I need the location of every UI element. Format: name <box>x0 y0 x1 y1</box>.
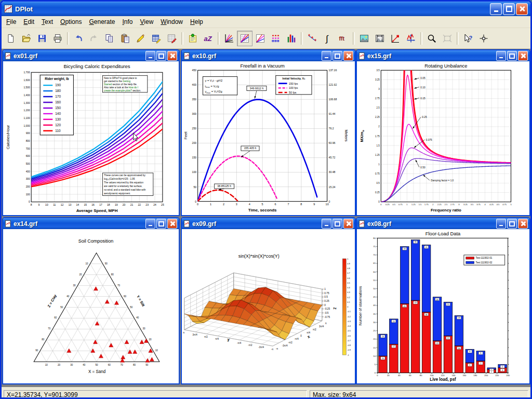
titlebar[interactable]: DPlot <box>2 2 530 16</box>
paste-button[interactable] <box>117 31 133 46</box>
plot-dotted-button[interactable] <box>268 31 284 46</box>
menu-generate[interactable]: Generate <box>85 17 118 27</box>
svg-text:0: 0 <box>347 305 349 308</box>
image-button[interactable] <box>356 31 372 46</box>
ex01-chart[interactable]: Bicycling Caloric Expenditures8910111213… <box>3 61 179 215</box>
ex09-chart[interactable]: sin(X)*sin(X)*cos(Y)10.750.50.250-0.25-0… <box>182 229 355 383</box>
ex08-chart[interactable]: Floor-Load Data0510152025303540455055606… <box>357 229 529 383</box>
close-button[interactable] <box>516 3 528 15</box>
child-close-button[interactable] <box>167 51 177 61</box>
minimize-button[interactable] <box>490 3 502 15</box>
zoom-button[interactable] <box>424 31 440 46</box>
svg-text:1,100: 1,100 <box>24 117 30 119</box>
svg-text:0: 0 <box>195 200 196 203</box>
undo-button[interactable] <box>71 31 86 46</box>
ex14-chart[interactable]: Soil Composition101010202020303030404040… <box>3 229 179 383</box>
child-titlebar-ex14[interactable]: ex14.grf <box>3 218 179 229</box>
child-close-button[interactable] <box>343 219 353 229</box>
save-file-button[interactable] <box>34 31 50 46</box>
fft-button[interactable]: fft <box>336 31 351 46</box>
svg-text:no wind, and a standard road b: no wind, and a standard road bike with <box>104 189 146 191</box>
child-maximize-button[interactable] <box>332 219 342 229</box>
child-close-button[interactable] <box>343 51 353 61</box>
svg-text:16: 16 <box>91 203 95 206</box>
child-minimize-button[interactable] <box>322 219 331 229</box>
minimize-icon <box>494 10 498 12</box>
plot-multiple-button[interactable] <box>252 31 268 46</box>
print-button[interactable] <box>50 31 65 46</box>
swap-axes-button[interactable] <box>403 31 419 46</box>
child-window-ex08: ex08.grfFloor-Load Data05101520253035404… <box>356 217 530 384</box>
svg-text:4.25: 4.25 <box>489 203 494 206</box>
svg-text:41: 41 <box>404 304 406 307</box>
menu-view[interactable]: View <box>137 17 157 27</box>
svg-text:350: 350 <box>192 98 197 101</box>
svg-text:70: 70 <box>373 254 376 256</box>
svg-text:-π: -π <box>276 348 278 350</box>
integral-button[interactable]: ∫ <box>320 31 336 46</box>
ex10-chart[interactable]: Freefall in a Vacuum01234567891005010015… <box>182 61 355 215</box>
svg-text:36: 36 <box>425 313 428 316</box>
menu-info[interactable]: Info <box>119 17 137 27</box>
svg-text:80: 80 <box>42 338 44 341</box>
curve-points-button[interactable] <box>304 31 320 46</box>
svg-text:90: 90 <box>35 349 38 352</box>
svg-text:2: 2 <box>378 125 380 128</box>
child-titlebar-ex01[interactable]: ex01.grf <box>3 50 179 61</box>
context-help-button[interactable]: ? <box>460 31 476 46</box>
child-window-title: ex14.grf <box>14 220 144 228</box>
child-maximize-button[interactable] <box>332 51 342 61</box>
redo-icon <box>89 33 99 44</box>
child-minimize-button[interactable] <box>145 51 155 61</box>
child-titlebar-ex10[interactable]: ex10.grf <box>182 50 355 61</box>
svg-text:17: 17 <box>393 345 395 348</box>
child-minimize-button[interactable] <box>496 219 506 229</box>
child-maximize-button[interactable] <box>156 219 166 229</box>
maximize-icon <box>509 221 515 227</box>
child-minimize-button[interactable] <box>145 219 155 229</box>
maximize-button[interactable] <box>503 3 515 15</box>
child-maximize-button[interactable] <box>507 51 517 61</box>
child-titlebar-ex08[interactable]: ex08.grf <box>357 218 529 229</box>
crosshair-button[interactable] <box>476 31 491 46</box>
open-file-button[interactable] <box>19 31 34 46</box>
copy-button[interactable] <box>102 31 117 46</box>
menu-file[interactable]: File <box>3 17 20 27</box>
child-minimize-button[interactable] <box>496 51 506 61</box>
child-close-button[interactable] <box>518 51 528 61</box>
menu-text[interactable]: Text <box>38 17 57 27</box>
menu-options[interactable]: Options <box>57 17 85 27</box>
ex15-chart[interactable]: Rotating Unbalance00.250.50.7511.251.51.… <box>357 61 529 215</box>
menu-help[interactable]: Help <box>187 17 207 27</box>
menu-window[interactable]: Window <box>157 17 187 27</box>
plot-bars-button[interactable] <box>284 31 299 46</box>
child-titlebar-ex09[interactable]: ex09.grf <box>182 218 355 229</box>
edit-grid-button[interactable] <box>164 31 180 46</box>
svg-text:70: 70 <box>121 364 123 366</box>
close-icon <box>346 54 351 58</box>
svg-text:40: 40 <box>398 374 401 377</box>
edit-table-button[interactable] <box>149 31 164 46</box>
child-window-title: ex01.grf <box>14 52 144 60</box>
svg-text:0: 0 <box>380 203 382 206</box>
plot-linear-button[interactable] <box>221 31 237 46</box>
svg-text:150: 150 <box>192 156 197 159</box>
svg-text:π/2: π/2 <box>204 336 208 338</box>
svg-text:0.15: 0.15 <box>420 97 425 99</box>
child-minimize-button[interactable] <box>322 51 331 61</box>
new-file-button[interactable] <box>3 31 19 46</box>
note-button[interactable] <box>185 31 201 46</box>
plot-grid-button[interactable] <box>237 31 252 46</box>
child-close-button[interactable] <box>167 219 177 229</box>
edit-pencil-button[interactable] <box>133 31 149 46</box>
child-maximize-button[interactable] <box>156 51 166 61</box>
menu-edit[interactable]: Edit <box>20 17 38 27</box>
edit-table-icon <box>151 33 162 44</box>
child-titlebar-ex15[interactable]: ex15.grf <box>357 50 529 61</box>
edit-points-button[interactable] <box>388 31 403 46</box>
child-close-button[interactable] <box>518 219 528 229</box>
text-fonts-button[interactable]: aZ <box>201 31 216 46</box>
image-measure-button[interactable] <box>372 31 388 46</box>
svg-text:15: 15 <box>373 346 376 349</box>
child-maximize-button[interactable] <box>507 219 517 229</box>
